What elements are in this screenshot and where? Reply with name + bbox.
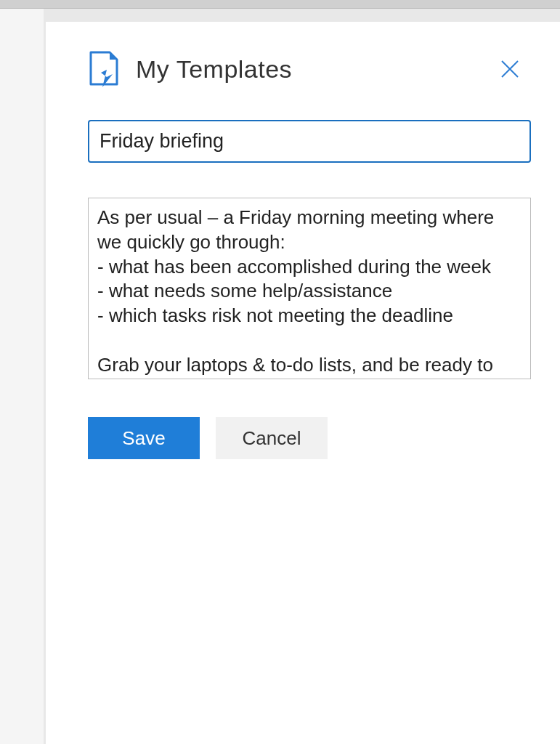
cancel-button[interactable]: Cancel xyxy=(216,417,328,459)
background-sidebar xyxy=(0,0,44,744)
panel-header: My Templates xyxy=(88,51,531,87)
template-body-textarea[interactable] xyxy=(88,198,531,379)
close-button[interactable] xyxy=(500,59,520,79)
button-row: Save Cancel xyxy=(88,417,531,459)
template-file-icon xyxy=(88,51,120,87)
background-topbar xyxy=(0,0,560,9)
panel-title: My Templates xyxy=(136,55,292,84)
template-title-input[interactable] xyxy=(88,120,531,163)
header-left: My Templates xyxy=(88,51,292,87)
save-button[interactable]: Save xyxy=(88,417,200,459)
templates-panel: My Templates Save Cancel xyxy=(46,22,560,744)
close-icon xyxy=(500,59,520,79)
